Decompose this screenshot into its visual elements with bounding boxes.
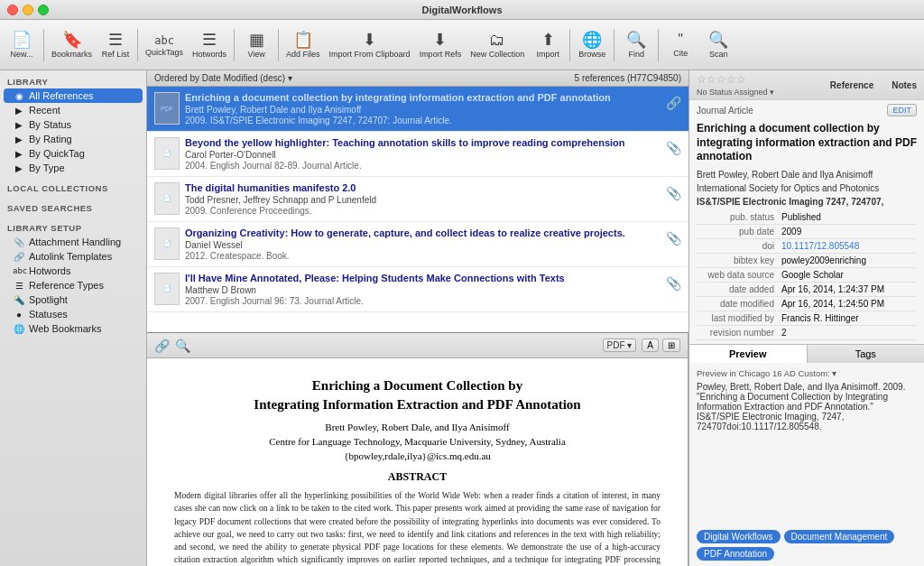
importclip-button[interactable]: ⬇ Import From Clipboard [326, 30, 414, 60]
sidebar-item-spotlight[interactable]: 🔦 Spotlight [0, 292, 146, 307]
app-title: DigitalWorkflows [421, 5, 502, 15]
ref-title: Beyond the yellow highlighter: Teaching … [185, 137, 661, 148]
attachment-icon5: 📎 [666, 273, 681, 291]
find-button[interactable]: 🔍 Find [618, 30, 654, 60]
tab-tags[interactable]: Tags [808, 345, 925, 363]
hotwords-icon: ☰ [202, 32, 217, 48]
info-row-doi: doi 10.1117/12.805548 [697, 239, 917, 254]
addfiles-button[interactable]: 📋 Add Files [282, 30, 324, 60]
sidebar-item-by-rating[interactable]: ▶ By Rating [0, 132, 146, 146]
bookmarks-icon: 🔖 [62, 32, 82, 48]
new-button[interactable]: 📄 New... [4, 30, 40, 60]
col-notes-label[interactable]: Notes [892, 80, 917, 90]
pdf-search-icon[interactable]: 🔍 [175, 339, 190, 353]
sidebar-item-autolink-templates[interactable]: 🔗 Autolink Templates [0, 249, 146, 264]
sidebar-item-by-quicktag[interactable]: ▶ By QuickTag [0, 146, 146, 161]
reflist-icon: ☰ [108, 32, 123, 48]
find-icon: 🔍 [626, 32, 646, 48]
ref-authors: Brett Powley, Robert Dale and Ilya Anisi… [185, 105, 661, 115]
view-button[interactable]: ▦ View [238, 30, 274, 60]
info-title: Enriching a document collection by integ… [689, 118, 924, 170]
table-row[interactable]: 📄 Organizing Creativity: How to generate… [147, 222, 688, 267]
row-val: 2 [781, 328, 917, 338]
reflist-button[interactable]: ☰ Ref List [97, 30, 134, 60]
newcoll-button[interactable]: 🗂 New Collection [467, 30, 528, 60]
pdf-dropdown[interactable]: PDF ▾ [603, 339, 637, 352]
pdf-view-buttons: A ⊞ [642, 339, 680, 352]
close-button[interactable] [7, 5, 18, 15]
web-bookmarks-icon: 🌐 [13, 324, 25, 334]
table-row[interactable]: 📄 Beyond the yellow highlighter: Teachin… [147, 132, 688, 177]
bookmarks-button[interactable]: 🔖 Bookmarks [48, 30, 96, 60]
minimize-button[interactable] [23, 5, 33, 15]
sort-label[interactable]: Ordered by Date Modified (desc) ▾ [154, 73, 292, 83]
separator5 [569, 29, 570, 61]
sidebar-item-by-type[interactable]: ▶ By Type [0, 161, 146, 175]
row-key: web data source [697, 270, 778, 280]
quicktags-button[interactable]: abc QuickTags [142, 32, 187, 59]
sidebar-item-web-bookmarks[interactable]: 🌐 Web Bookmarks [0, 321, 146, 336]
ref-thumbnail: 📄 [154, 227, 180, 260]
tab-preview[interactable]: Preview [689, 345, 808, 363]
sidebar-item-by-status[interactable]: ▶ By Status [0, 117, 146, 132]
preview-text: Powley, Brett, Robert Dale, and Ilya Ani… [697, 382, 917, 431]
sidebar-item-reference-types[interactable]: ☰ Reference Types [0, 278, 146, 292]
no-status-label[interactable]: No Status Assigned ▾ [697, 88, 774, 97]
pdf-content: Enriching a Document Collection by Integ… [147, 358, 688, 566]
ref-meta: 2009. Conference Proceedings. [185, 206, 661, 216]
all-refs-icon: ◉ [13, 91, 25, 101]
cite-button[interactable]: " Cite [662, 31, 698, 60]
scan-button[interactable]: 🔍 Scan [700, 30, 736, 60]
separator3 [234, 29, 235, 61]
hotwords-button[interactable]: ☰ Hotwords [189, 30, 230, 60]
tag-pdf-annotation[interactable]: PDF Annotation [697, 547, 774, 561]
row-key: last modified by [697, 313, 778, 323]
star-rating[interactable]: ☆☆☆☆☆ [697, 73, 774, 86]
ref-authors: Todd Presner, Jeffrey Schnapp and P Lune… [185, 195, 661, 205]
sidebar-item-attachment-handling[interactable]: 📎 Attachment Handling [0, 235, 146, 249]
pdf-view-grid-button[interactable]: ⊞ [662, 339, 680, 352]
by-status-icon: ▶ [13, 120, 25, 130]
pdf-toolbar: 🔗 🔍 PDF ▾ A ⊞ [147, 333, 688, 358]
sidebar-item-hotwords[interactable]: abc Hotwords [0, 264, 146, 278]
local-collections-section: LOCAL COLLECTIONS [0, 177, 146, 197]
spotlight-icon: 🔦 [13, 295, 25, 305]
ref-content: Beyond the yellow highlighter: Teaching … [185, 137, 661, 171]
newcoll-icon: 🗂 [489, 32, 505, 48]
browse-button[interactable]: 🌐 Browse [574, 30, 610, 60]
pdf-view-a-button[interactable]: A [642, 339, 659, 352]
reference-list-panel: Ordered by Date Modified (desc) ▾ 5 refe… [147, 70, 688, 332]
window-controls[interactable] [7, 5, 49, 15]
row-val: Francis R. Hittinger [781, 313, 917, 323]
row-key: date modified [697, 299, 778, 309]
importclip-icon: ⬇ [363, 32, 376, 48]
tag-document-management[interactable]: Document Management [784, 530, 895, 543]
importrefs-button[interactable]: ⬇ Import Refs [416, 30, 466, 60]
reference-list-header: Ordered by Date Modified (desc) ▾ 5 refe… [147, 70, 688, 87]
row-val: powley2009enriching [781, 255, 917, 265]
preview-style-label[interactable]: Preview in Chicago 16 AD Custom: ▾ [697, 368, 917, 378]
ref-authors: Daniel Wessel [185, 240, 661, 250]
info-header: ☆☆☆☆☆ No Status Assigned ▾ Reference Not… [689, 70, 924, 100]
library-setup-header: LIBRARY SETUP [0, 220, 146, 235]
ref-authors: Matthew D Brown [185, 285, 661, 295]
library-section: LIBRARY ◉ All References ▶ Recent ▶ By S… [0, 70, 146, 177]
row-key: revision number [697, 328, 778, 338]
sidebar-item-recent[interactable]: ▶ Recent [0, 103, 146, 117]
maximize-button[interactable] [38, 5, 49, 15]
table-row[interactable]: 📄 I'll Have Mine Annotated, Please: Help… [147, 267, 688, 312]
table-row[interactable]: PDF Enriching a document collection by i… [147, 87, 688, 132]
ref-content: Enriching a document collection by integ… [185, 92, 661, 125]
import-button[interactable]: ⬆ Import [530, 30, 566, 60]
edit-button[interactable]: EDIT [887, 104, 917, 116]
pdf-link-icon[interactable]: 🔗 [154, 339, 170, 353]
row-val[interactable]: 10.1117/12.805548 [781, 241, 917, 251]
toolbar: 📄 New... 🔖 Bookmarks ☰ Ref List abc Quic… [0, 20, 924, 70]
table-row[interactable]: 📄 The digital humanities manifesto 2.0 T… [147, 177, 688, 222]
sidebar-item-statuses[interactable]: ● Statuses [0, 307, 146, 321]
sidebar-item-all-references[interactable]: ◉ All References [4, 88, 143, 103]
tag-digital-workflows[interactable]: Digital Workflows [697, 530, 781, 543]
sidebar: LIBRARY ◉ All References ▶ Recent ▶ By S… [0, 70, 147, 566]
library-header: LIBRARY [0, 74, 146, 88]
info-journal-bold: IS&T/SPIE Electronic Imaging 7247, 72470… [689, 197, 924, 210]
